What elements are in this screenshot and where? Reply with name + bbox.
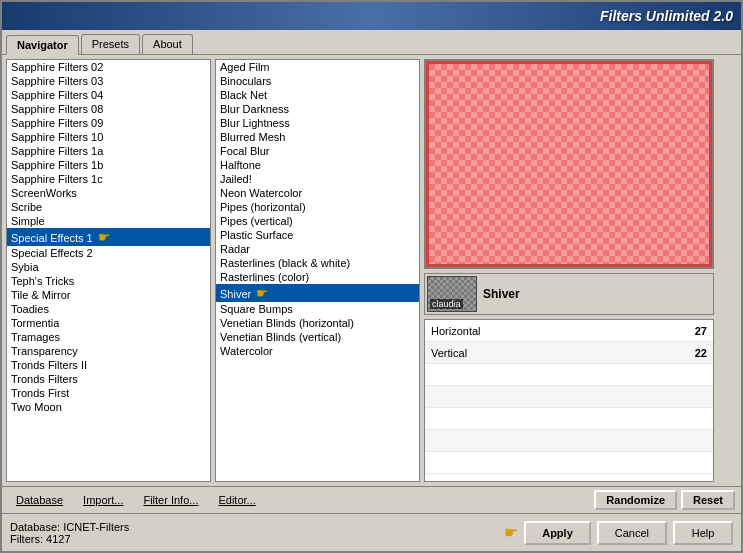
list-item[interactable]: Square Bumps [216,302,419,316]
list-item[interactable]: Sapphire Filters 1c [7,172,210,186]
param-row-horizontal: Horizontal 27 [425,320,713,342]
list-item[interactable]: Scribe [7,200,210,214]
list-item[interactable]: Tronds Filters II [7,358,210,372]
filter-name-label: Shiver [483,287,520,301]
list-item[interactable]: Tormentia [7,316,210,330]
cancel-button[interactable]: Cancel [597,521,667,545]
list-item[interactable]: Rasterlines (black & white) [216,256,419,270]
list-item[interactable]: Sapphire Filters 04 [7,88,210,102]
title-bar-text: Filters Unlimited 2.0 [600,8,733,24]
list-item[interactable]: Two Moon [7,400,210,414]
param-name-vertical: Vertical [431,347,677,359]
import-button[interactable]: Import... [75,492,131,508]
title-bar: Filters Unlimited 2.0 [2,2,741,30]
list-item[interactable]: Black Net [216,88,419,102]
list-item[interactable]: Aged Film [216,60,419,74]
list-item[interactable]: Blur Darkness [216,102,419,116]
list-item[interactable]: ScreenWorks [7,186,210,200]
param-row-empty-3 [425,408,713,430]
tab-row: Navigator Presets About [2,30,741,55]
list-item[interactable]: Radar [216,242,419,256]
editor-button[interactable]: Editor... [210,492,263,508]
list-item[interactable]: Jailed! [216,172,419,186]
list-item[interactable]: Teph's Tricks [7,274,210,288]
list-item[interactable]: Tronds Filters [7,372,210,386]
tab-about[interactable]: About [142,34,193,54]
database-value: ICNET-Filters [63,521,129,533]
right-list-scroll[interactable]: Aged Film Binoculars Black Net Blur Dark… [216,60,419,481]
database-label: Database: [10,521,60,533]
help-button[interactable]: Help [673,521,733,545]
list-item[interactable]: Sapphire Filters 1b [7,158,210,172]
list-item-shiver[interactable]: Shiver ☛ [216,284,419,302]
bottom-toolbar: Database Import... Filter Info... Editor… [2,486,741,513]
filters-value: 4127 [46,533,70,545]
filter-info-button[interactable]: Filter Info... [135,492,206,508]
reset-button[interactable]: Reset [681,490,735,510]
list-item[interactable]: Neon Watercolor [216,186,419,200]
list-item[interactable]: Venetian Blinds (horizontal) [216,316,419,330]
list-item[interactable]: Pipes (horizontal) [216,200,419,214]
arrow-icon: ☛ [256,285,269,301]
database-button[interactable]: Database [8,492,71,508]
list-item[interactable]: Tramages [7,330,210,344]
list-item[interactable]: Binoculars [216,74,419,88]
preview-inner [426,61,712,267]
list-item[interactable]: Pipes (vertical) [216,214,419,228]
list-item[interactable]: Tile & Mirror [7,288,210,302]
thumbnail-inner: claudia [428,277,476,311]
list-item[interactable]: Blurred Mesh [216,130,419,144]
randomize-button[interactable]: Randomize [594,490,677,510]
tab-presets[interactable]: Presets [81,34,140,54]
preview-area [424,59,714,269]
apply-arrow-icon: ☛ [504,523,518,542]
list-item[interactable]: Rasterlines (color) [216,270,419,284]
list-item[interactable]: Blur Lightness [216,116,419,130]
right-panel: claudia Shiver Horizontal 27 Vertical 22 [424,59,714,482]
param-name-horizontal: Horizontal [431,325,677,337]
main-content: Sapphire Filters 02 Sapphire Filters 03 … [2,55,741,486]
database-status: Database: ICNET-Filters [10,521,496,533]
thumbnail-label: claudia [430,299,463,309]
status-bar: Database: ICNET-Filters Filters: 4127 ☛ … [2,513,741,551]
right-filter-list: Aged Film Binoculars Black Net Blur Dark… [215,59,420,482]
thumbnail-row: claudia Shiver [424,273,714,315]
list-item[interactable]: Special Effects 2 [7,246,210,260]
status-text: Database: ICNET-Filters Filters: 4127 [10,521,496,545]
main-window: Filters Unlimited 2.0 Navigator Presets … [0,0,743,553]
list-item[interactable]: Sapphire Filters 1a [7,144,210,158]
param-row-empty-1 [425,364,713,386]
thumbnail: claudia [427,276,477,312]
list-item[interactable]: Watercolor [216,344,419,358]
param-row-empty-4 [425,430,713,452]
param-value-vertical: 22 [677,347,707,359]
list-item[interactable]: Halftone [216,158,419,172]
tab-navigator[interactable]: Navigator [6,35,79,55]
param-value-horizontal: 27 [677,325,707,337]
list-item[interactable]: Simple [7,214,210,228]
list-item[interactable]: Sapphire Filters 10 [7,130,210,144]
param-row-vertical: Vertical 22 [425,342,713,364]
preview-image [426,61,712,267]
filters-status: Filters: 4127 [10,533,496,545]
param-row-empty-2 [425,386,713,408]
list-item[interactable]: Plastic Surface [216,228,419,242]
list-item[interactable]: Toadies [7,302,210,316]
list-item[interactable]: Venetian Blinds (vertical) [216,330,419,344]
list-item[interactable]: Sybia [7,260,210,274]
list-item[interactable]: Sapphire Filters 08 [7,102,210,116]
list-item[interactable]: Sapphire Filters 02 [7,60,210,74]
list-item-selected[interactable]: Special Effects 1 ☛ [7,228,210,246]
list-item[interactable]: Sapphire Filters 03 [7,74,210,88]
arrow-icon: ☛ [98,229,111,245]
apply-button[interactable]: Apply [524,521,591,545]
list-item[interactable]: Transparency [7,344,210,358]
action-buttons: ☛ Apply Cancel Help [504,521,733,545]
left-list-scroll[interactable]: Sapphire Filters 02 Sapphire Filters 03 … [7,60,210,481]
list-item[interactable]: Focal Blur [216,144,419,158]
list-item[interactable]: Sapphire Filters 09 [7,116,210,130]
left-filter-list: Sapphire Filters 02 Sapphire Filters 03 … [6,59,211,482]
list-item[interactable]: Tronds First [7,386,210,400]
param-row-empty-5 [425,452,713,474]
filters-label: Filters: [10,533,43,545]
